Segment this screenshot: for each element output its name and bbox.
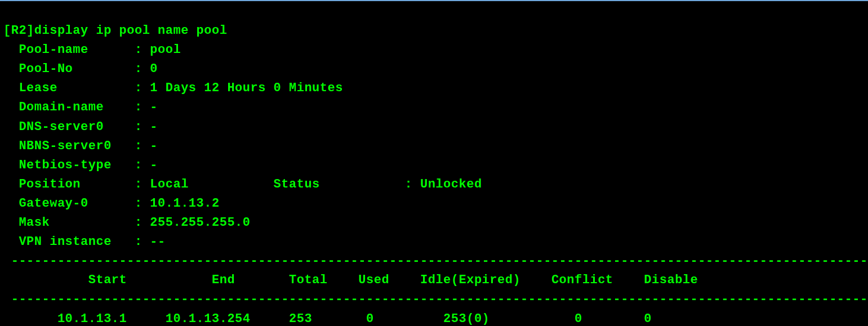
field-position-label: Position [19, 177, 81, 191]
prompt-line[interactable]: [R2]display ip pool name pool [3, 24, 227, 38]
row-idle-exp: 253(0) [443, 312, 489, 326]
field-gateway0-label: Gateway-0 [19, 197, 88, 211]
hdr-used: Used [358, 273, 389, 287]
field-pool-no-value: 0 [150, 62, 158, 76]
separator-line: ----------------------------------------… [3, 254, 868, 268]
field-position-value: Local [150, 177, 189, 191]
field-nbns-server0-label: NBNS-server0 [19, 139, 111, 153]
field-pool-name-label: Pool-name [19, 43, 88, 57]
field-lease-label: Lease [19, 81, 57, 95]
field-dns-server0-value: - [150, 120, 158, 134]
hdr-start: Start [88, 273, 127, 287]
row-end: 10.1.13.254 [166, 312, 251, 326]
field-lease-value: 1 Days 12 Hours 0 Minutes [150, 81, 343, 95]
field-dns-server0-label: DNS-server0 [19, 120, 104, 134]
field-status-value: Unlocked [420, 177, 482, 191]
field-status-label: Status [274, 177, 320, 191]
row-start: 10.1.13.1 [57, 312, 127, 326]
row-disable: 0 [644, 312, 652, 326]
row-total: 253 [289, 312, 312, 326]
field-netbios-type-value: - [150, 158, 158, 172]
field-mask-label: Mask [19, 216, 50, 230]
field-vpn-instance-label: VPN instance [19, 235, 111, 249]
field-pool-name-value: pool [150, 43, 181, 57]
field-pool-no-label: Pool-No [19, 62, 73, 76]
field-mask-value: 255.255.255.0 [150, 216, 250, 230]
field-domain-name-label: Domain-name [19, 100, 104, 114]
separator-line: ----------------------------------------… [3, 292, 868, 306]
field-gateway0-value: 10.1.13.2 [150, 197, 219, 211]
field-domain-name-value: - [150, 100, 158, 114]
row-used: 0 [366, 312, 374, 326]
hdr-disable: Disable [644, 273, 698, 287]
hdr-idle-exp: Idle(Expired) [420, 273, 520, 287]
field-netbios-type-label: Netbios-type [19, 158, 111, 172]
row-conflict: 0 [575, 312, 582, 326]
hdr-total: Total [289, 273, 328, 287]
terminal-output: [R2]display ip pool name pool Pool-name … [0, 0, 868, 326]
field-nbns-server0-value: - [150, 139, 158, 153]
hdr-end: End [212, 273, 235, 287]
hdr-conflict: Conflict [551, 273, 613, 287]
field-vpn-instance-value: -- [150, 235, 165, 249]
